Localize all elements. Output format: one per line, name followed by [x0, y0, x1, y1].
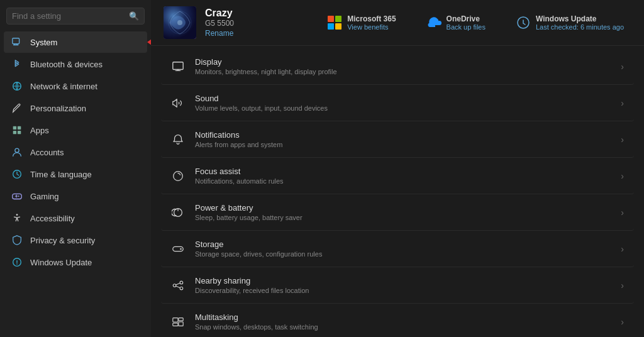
sidebar-item-label: Apps [30, 126, 49, 135]
setting-multitasking[interactable]: Multitasking Snap windows, desktops, tas… [161, 304, 634, 337]
microsoft365-name: Microsoft 365 [347, 14, 396, 23]
chevron-right-icon: › [621, 98, 624, 108]
sidebar: 🔍 System Bluetooth & de [0, 0, 151, 337]
display-title: Display [195, 57, 611, 67]
setting-storage[interactable]: Storage Storage space, drives, configura… [161, 231, 634, 267]
search-icon: 🔍 [129, 11, 139, 21]
focus-sub: Notifications, automatic rules [195, 177, 611, 185]
svg-rect-25 [173, 323, 178, 326]
svg-point-9 [18, 196, 19, 197]
microsoft365-sub: View benefits [347, 23, 396, 31]
onedrive-sub: Back up files [447, 23, 486, 31]
chevron-right-icon: › [621, 317, 624, 327]
setting-display[interactable]: Display Monitors, brightness, night ligh… [161, 48, 634, 85]
notifications-sub: Alerts from apps and system [195, 141, 611, 148]
svg-point-21 [180, 281, 183, 284]
sidebar-item-time[interactable]: Time & language [4, 163, 147, 185]
chevron-right-icon: › [621, 62, 624, 72]
time-icon [11, 168, 23, 180]
nearby-sub: Discoverability, received files location [195, 287, 611, 294]
profile-section: Crazy G5 5500 Rename [164, 6, 234, 39]
windows-update-nav-icon [11, 257, 23, 268]
svg-point-19 [180, 248, 182, 250]
power-sub: Sleep, battery usage, battery saver [195, 214, 611, 221]
sidebar-item-label: Network & internet [30, 82, 97, 91]
nearby-text: Nearby sharing Discoverability, received… [195, 276, 611, 294]
bluetooth-icon [11, 58, 23, 70]
sound-title: Sound [195, 94, 611, 103]
onedrive-icon [426, 15, 441, 30]
focus-title: Focus assist [195, 167, 611, 176]
profile-device: G5 5500 [205, 19, 234, 28]
windows-update-service[interactable]: Windows Update Last checked: 6 minutes a… [508, 11, 631, 35]
sidebar-item-label: Bluetooth & devices [30, 60, 103, 69]
sidebar-item-label: Gaming [30, 192, 59, 201]
svg-point-22 [180, 287, 183, 290]
sidebar-item-label: Personalization [30, 104, 86, 113]
sidebar-item-system[interactable]: System [4, 31, 147, 53]
focus-text: Focus assist Notifications, automatic ru… [195, 167, 611, 185]
main-content: Crazy G5 5500 Rename Microsoft 365 View … [151, 0, 644, 337]
sidebar-item-windows-update[interactable]: Windows Update [4, 251, 147, 273]
sidebar-item-gaming[interactable]: Gaming [4, 185, 147, 207]
top-bar: Crazy G5 5500 Rename Microsoft 365 View … [151, 0, 644, 46]
setting-nearby-sharing[interactable]: Nearby sharing Discoverability, received… [161, 267, 634, 304]
sidebar-item-label: Time & language [30, 170, 92, 179]
setting-notifications[interactable]: Notifications Alerts from apps and syste… [161, 121, 634, 158]
svg-rect-5 [18, 131, 21, 134]
storage-sub: Storage space, drives, configuration rul… [195, 250, 611, 258]
settings-list: Display Monitors, brightness, night ligh… [151, 46, 644, 337]
search-bar[interactable]: 🔍 [6, 8, 145, 25]
sidebar-item-privacy[interactable]: Privacy & security [4, 229, 147, 251]
network-icon [11, 80, 23, 92]
windows-update-info: Windows Update Last checked: 6 minutes a… [536, 14, 624, 31]
privacy-icon [11, 235, 23, 246]
notifications-title: Notifications [195, 130, 611, 140]
svg-rect-16 [173, 62, 183, 69]
notifications-text: Notifications Alerts from apps and syste… [195, 130, 611, 148]
svg-rect-0 [13, 38, 19, 44]
power-title: Power & battery [195, 203, 611, 213]
setting-sound[interactable]: Sound Volume levels, output, input, soun… [161, 85, 634, 121]
gaming-icon [11, 191, 23, 202]
search-input[interactable] [12, 11, 125, 21]
sidebar-item-label: Accessibility [30, 214, 75, 223]
onedrive-name: OneDrive [447, 14, 486, 23]
system-icon [11, 36, 23, 48]
sidebar-item-bluetooth[interactable]: Bluetooth & devices [4, 53, 147, 75]
profile-name: Crazy [205, 8, 234, 19]
focus-icon [171, 169, 185, 183]
personalization-icon [11, 102, 23, 114]
display-sub: Monitors, brightness, night light, displ… [195, 68, 611, 75]
windows-update-sub: Last checked: 6 minutes ago [536, 23, 624, 31]
multitasking-icon [171, 315, 185, 329]
notifications-icon [171, 133, 185, 146]
chevron-right-icon: › [621, 244, 624, 254]
sidebar-item-label: Windows Update [30, 258, 92, 267]
onedrive-info: OneDrive Back up files [447, 14, 486, 31]
sidebar-item-accessibility[interactable]: Accessibility [4, 207, 147, 229]
sidebar-item-label: Privacy & security [30, 236, 95, 245]
profile-avatar [164, 6, 196, 39]
accounts-icon [11, 146, 23, 158]
microsoft365-icon [327, 15, 342, 30]
svg-rect-4 [13, 131, 16, 134]
display-icon [171, 60, 185, 74]
chevron-right-icon: › [621, 135, 624, 145]
svg-point-6 [15, 148, 19, 152]
svg-rect-24 [179, 318, 183, 321]
onedrive-service[interactable]: OneDrive Back up files [419, 11, 493, 35]
microsoft365-info: Microsoft 365 View benefits [347, 14, 396, 31]
sidebar-item-network[interactable]: Network & internet [4, 75, 147, 97]
setting-focus-assist[interactable]: Focus assist Notifications, automatic ru… [161, 158, 634, 194]
svg-rect-3 [18, 126, 21, 130]
sidebar-item-apps[interactable]: Apps [4, 119, 147, 141]
sidebar-item-personalization[interactable]: Personalization [4, 97, 147, 119]
rename-link[interactable]: Rename [205, 29, 234, 38]
multitasking-title: Multitasking [195, 312, 611, 322]
microsoft365-service[interactable]: Microsoft 365 View benefits [319, 11, 403, 35]
sidebar-item-accounts[interactable]: Accounts [4, 141, 147, 163]
chevron-right-icon: › [621, 207, 624, 218]
windows-update-name: Windows Update [536, 14, 624, 23]
setting-power[interactable]: Power & battery Sleep, battery usage, ba… [161, 194, 634, 231]
